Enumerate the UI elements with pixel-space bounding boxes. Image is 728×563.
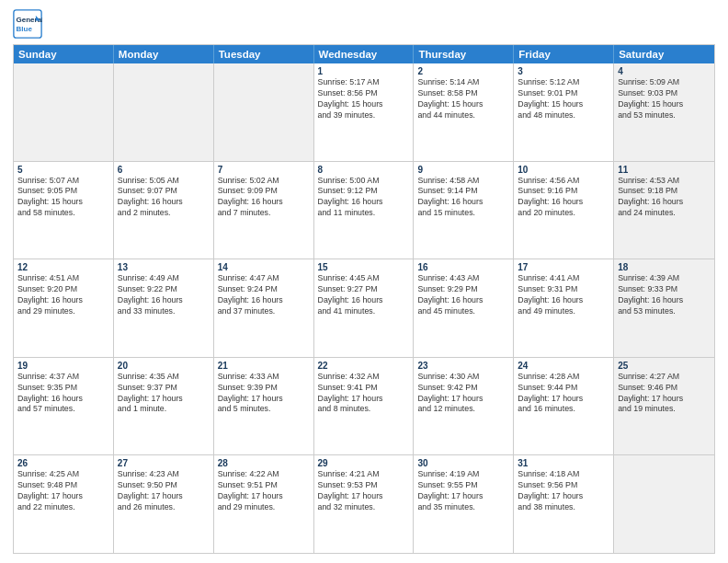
day-number: 12 xyxy=(17,262,109,272)
day-number: 28 xyxy=(218,458,310,468)
day-number: 17 xyxy=(518,262,609,272)
day-info: Sunrise: 4:30 AM Sunset: 9:42 PM Dayligh… xyxy=(417,372,509,416)
day-info: Sunrise: 4:56 AM Sunset: 9:16 PM Dayligh… xyxy=(518,176,609,220)
day-cell-25: 25Sunrise: 4:27 AM Sunset: 9:46 PM Dayli… xyxy=(614,358,714,455)
day-info: Sunrise: 4:45 AM Sunset: 9:27 PM Dayligh… xyxy=(318,273,410,317)
day-number: 18 xyxy=(618,262,711,272)
page: General Blue SundayMondayTuesdayWednesda… xyxy=(0,0,728,563)
day-cell-1: 1Sunrise: 5:17 AM Sunset: 8:56 PM Daylig… xyxy=(314,63,415,161)
day-number: 31 xyxy=(518,458,609,468)
day-cell-29: 29Sunrise: 4:21 AM Sunset: 9:53 PM Dayli… xyxy=(314,455,415,553)
day-number: 27 xyxy=(118,458,210,468)
day-cell-3: 3Sunrise: 5:12 AM Sunset: 9:01 PM Daylig… xyxy=(514,63,614,161)
day-info: Sunrise: 4:18 AM Sunset: 9:56 PM Dayligh… xyxy=(518,469,609,513)
day-cell-5: 5Sunrise: 5:07 AM Sunset: 9:05 PM Daylig… xyxy=(14,162,114,259)
day-cell-20: 20Sunrise: 4:35 AM Sunset: 9:37 PM Dayli… xyxy=(114,358,214,455)
day-info: Sunrise: 4:47 AM Sunset: 9:24 PM Dayligh… xyxy=(218,273,310,317)
weekday-header-thursday: Thursday xyxy=(414,45,514,63)
day-cell-17: 17Sunrise: 4:41 AM Sunset: 9:31 PM Dayli… xyxy=(514,259,614,357)
day-cell-16: 16Sunrise: 4:43 AM Sunset: 9:29 PM Dayli… xyxy=(414,259,514,357)
day-number: 22 xyxy=(318,361,410,371)
weekday-header-tuesday: Tuesday xyxy=(214,45,314,63)
day-number: 25 xyxy=(618,361,711,371)
day-info: Sunrise: 4:32 AM Sunset: 9:41 PM Dayligh… xyxy=(318,372,410,416)
weekday-header-sunday: Sunday xyxy=(14,45,114,63)
day-info: Sunrise: 4:23 AM Sunset: 9:50 PM Dayligh… xyxy=(118,469,210,513)
calendar-row-2: 12Sunrise: 4:51 AM Sunset: 9:20 PM Dayli… xyxy=(14,259,714,357)
day-cell-13: 13Sunrise: 4:49 AM Sunset: 9:22 PM Dayli… xyxy=(114,259,214,357)
day-number: 21 xyxy=(218,361,310,371)
day-info: Sunrise: 4:53 AM Sunset: 9:18 PM Dayligh… xyxy=(618,176,711,220)
day-cell-21: 21Sunrise: 4:33 AM Sunset: 9:39 PM Dayli… xyxy=(214,358,314,455)
day-number: 6 xyxy=(118,165,210,175)
header: General Blue xyxy=(13,9,715,39)
day-info: Sunrise: 5:00 AM Sunset: 9:12 PM Dayligh… xyxy=(318,176,410,220)
day-cell-6: 6Sunrise: 5:05 AM Sunset: 9:07 PM Daylig… xyxy=(114,162,214,259)
weekday-header-friday: Friday xyxy=(514,45,614,63)
day-cell-30: 30Sunrise: 4:19 AM Sunset: 9:55 PM Dayli… xyxy=(414,455,514,553)
day-cell-31: 31Sunrise: 4:18 AM Sunset: 9:56 PM Dayli… xyxy=(514,455,614,553)
day-number: 13 xyxy=(118,262,210,272)
svg-text:Blue: Blue xyxy=(17,25,33,33)
logo: General Blue xyxy=(13,9,42,39)
day-info: Sunrise: 4:43 AM Sunset: 9:29 PM Dayligh… xyxy=(417,273,509,317)
day-info: Sunrise: 4:39 AM Sunset: 9:33 PM Dayligh… xyxy=(618,273,711,317)
day-info: Sunrise: 4:19 AM Sunset: 9:55 PM Dayligh… xyxy=(417,469,509,513)
day-number: 4 xyxy=(618,66,711,76)
day-number: 16 xyxy=(417,262,509,272)
day-number: 2 xyxy=(417,66,509,76)
day-number: 30 xyxy=(417,458,509,468)
day-info: Sunrise: 5:14 AM Sunset: 8:58 PM Dayligh… xyxy=(417,77,509,121)
day-cell-22: 22Sunrise: 4:32 AM Sunset: 9:41 PM Dayli… xyxy=(314,358,415,455)
day-cell-14: 14Sunrise: 4:47 AM Sunset: 9:24 PM Dayli… xyxy=(214,259,314,357)
day-cell-10: 10Sunrise: 4:56 AM Sunset: 9:16 PM Dayli… xyxy=(514,162,614,259)
day-info: Sunrise: 5:07 AM Sunset: 9:05 PM Dayligh… xyxy=(17,176,109,220)
day-info: Sunrise: 5:02 AM Sunset: 9:09 PM Dayligh… xyxy=(218,176,310,220)
weekday-header-monday: Monday xyxy=(114,45,214,63)
day-info: Sunrise: 5:17 AM Sunset: 8:56 PM Dayligh… xyxy=(318,77,410,121)
day-info: Sunrise: 4:21 AM Sunset: 9:53 PM Dayligh… xyxy=(318,469,410,513)
day-info: Sunrise: 4:28 AM Sunset: 9:44 PM Dayligh… xyxy=(518,372,609,416)
day-number: 9 xyxy=(417,165,509,175)
day-info: Sunrise: 4:58 AM Sunset: 9:14 PM Dayligh… xyxy=(417,176,509,220)
day-number: 19 xyxy=(17,361,109,371)
day-info: Sunrise: 4:25 AM Sunset: 9:48 PM Dayligh… xyxy=(17,469,109,513)
day-cell-26: 26Sunrise: 4:25 AM Sunset: 9:48 PM Dayli… xyxy=(14,455,114,553)
day-number: 23 xyxy=(417,361,509,371)
empty-cell-0-1 xyxy=(114,63,214,161)
day-number: 5 xyxy=(17,165,109,175)
day-info: Sunrise: 4:37 AM Sunset: 9:35 PM Dayligh… xyxy=(17,372,109,416)
day-number: 20 xyxy=(118,361,210,371)
day-number: 7 xyxy=(218,165,310,175)
day-info: Sunrise: 4:51 AM Sunset: 9:20 PM Dayligh… xyxy=(17,273,109,317)
day-number: 10 xyxy=(518,165,609,175)
weekday-header-wednesday: Wednesday xyxy=(314,45,415,63)
day-cell-23: 23Sunrise: 4:30 AM Sunset: 9:42 PM Dayli… xyxy=(414,358,514,455)
calendar-row-1: 5Sunrise: 5:07 AM Sunset: 9:05 PM Daylig… xyxy=(14,161,714,259)
day-info: Sunrise: 4:27 AM Sunset: 9:46 PM Dayligh… xyxy=(618,372,711,416)
day-cell-4: 4Sunrise: 5:09 AM Sunset: 9:03 PM Daylig… xyxy=(614,63,714,161)
empty-cell-4-6 xyxy=(614,455,714,553)
day-info: Sunrise: 4:41 AM Sunset: 9:31 PM Dayligh… xyxy=(518,273,609,317)
day-info: Sunrise: 5:12 AM Sunset: 9:01 PM Dayligh… xyxy=(518,77,609,121)
day-info: Sunrise: 5:05 AM Sunset: 9:07 PM Dayligh… xyxy=(118,176,210,220)
day-number: 11 xyxy=(618,165,711,175)
day-number: 15 xyxy=(318,262,410,272)
day-number: 1 xyxy=(318,66,410,76)
calendar: SundayMondayTuesdayWednesdayThursdayFrid… xyxy=(13,44,715,554)
day-number: 14 xyxy=(218,262,310,272)
day-cell-28: 28Sunrise: 4:22 AM Sunset: 9:51 PM Dayli… xyxy=(214,455,314,553)
calendar-row-0: 1Sunrise: 5:17 AM Sunset: 8:56 PM Daylig… xyxy=(14,63,714,161)
day-number: 3 xyxy=(518,66,609,76)
day-cell-12: 12Sunrise: 4:51 AM Sunset: 9:20 PM Dayli… xyxy=(14,259,114,357)
empty-cell-0-2 xyxy=(214,63,314,161)
day-number: 26 xyxy=(17,458,109,468)
logo-icon: General Blue xyxy=(13,9,42,39)
day-info: Sunrise: 4:35 AM Sunset: 9:37 PM Dayligh… xyxy=(118,372,210,416)
calendar-header: SundayMondayTuesdayWednesdayThursdayFrid… xyxy=(14,45,714,63)
day-number: 29 xyxy=(318,458,410,468)
day-cell-2: 2Sunrise: 5:14 AM Sunset: 8:58 PM Daylig… xyxy=(414,63,514,161)
calendar-row-4: 26Sunrise: 4:25 AM Sunset: 9:48 PM Dayli… xyxy=(14,454,714,553)
day-cell-27: 27Sunrise: 4:23 AM Sunset: 9:50 PM Dayli… xyxy=(114,455,214,553)
day-cell-11: 11Sunrise: 4:53 AM Sunset: 9:18 PM Dayli… xyxy=(614,162,714,259)
